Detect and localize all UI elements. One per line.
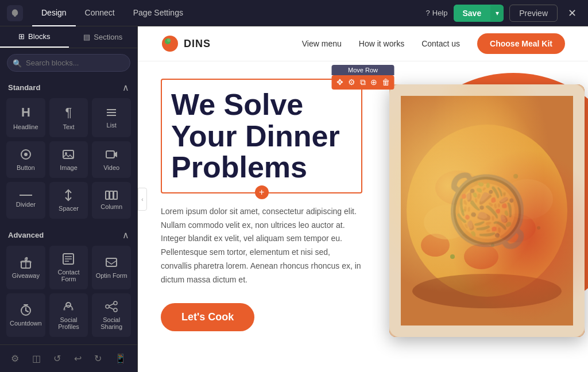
block-headline[interactable]: H Headline — [6, 98, 45, 137]
food-svg — [389, 84, 585, 337]
block-text-label: Text — [63, 123, 74, 130]
block-image[interactable]: Image — [49, 141, 88, 178]
save-dropdown-button[interactable]: ▾ — [490, 5, 504, 21]
duplicate-row-icon[interactable]: ⊕ — [370, 78, 377, 87]
redo-icon[interactable]: ↻ — [91, 350, 105, 367]
contact-form-icon — [62, 253, 75, 265]
sidebar: ⊞ Blocks ▤ Sections 🔍 Standard ∧ — [0, 26, 138, 372]
text-icon: ¶ — [65, 105, 72, 120]
standard-blocks-grid: H Headline ¶ Text List But — [0, 96, 137, 225]
settings-icon[interactable]: ⚙ — [7, 350, 22, 367]
move-row-icons: ✥ ⚙ ⧉ ⊕ 🗑 — [332, 75, 394, 90]
nav-link-contact-us[interactable]: Contact us — [421, 39, 460, 48]
history-back-icon[interactable]: ↺ — [50, 350, 64, 367]
block-contact-form-label: Contact Form — [53, 269, 85, 282]
blocks-icon: ⊞ — [18, 32, 25, 41]
selection-box[interactable]: We Solve Your Dinner Problems + — [161, 79, 362, 193]
block-countdown[interactable]: Countdown — [6, 293, 45, 337]
search-area: 🔍 — [0, 48, 137, 78]
optin-form-icon — [105, 256, 118, 269]
undo-icon[interactable]: ↩ — [71, 350, 85, 367]
tab-design[interactable]: Design — [32, 0, 76, 26]
block-spacer-label: Spacer — [59, 205, 79, 212]
block-button[interactable]: Button — [6, 141, 45, 178]
block-video[interactable]: Video — [92, 141, 131, 178]
tab-connect[interactable]: Connect — [76, 0, 124, 26]
svg-point-39 — [501, 179, 553, 219]
add-block-button[interactable]: + — [255, 185, 269, 199]
mobile-preview-icon[interactable]: 📱 — [111, 350, 130, 367]
image-icon — [62, 148, 75, 161]
svg-point-29 — [167, 38, 171, 42]
svg-rect-11 — [114, 191, 117, 199]
search-input[interactable] — [7, 54, 130, 72]
block-column-label: Column — [100, 203, 122, 210]
block-social-sharing-label: Social Sharing — [95, 316, 127, 330]
svg-point-36 — [421, 234, 450, 257]
block-optin-form[interactable]: Optin Form — [92, 246, 131, 289]
block-social-profiles[interactable]: Social Profiles — [49, 293, 88, 337]
sections-icon: ▤ — [83, 33, 90, 41]
svg-point-27 — [162, 36, 178, 52]
block-social-profiles-label: Social Profiles — [53, 316, 85, 330]
save-button-group: Save ▾ — [454, 5, 504, 22]
move-row-label: Move Row — [332, 65, 394, 75]
block-headline-label: Headline — [13, 123, 38, 130]
block-divider[interactable]: Divider — [6, 182, 45, 219]
social-sharing-icon — [105, 300, 118, 313]
move-row-toolbar: Move Row ✥ ⚙ ⧉ ⊕ 🗑 — [332, 65, 394, 90]
block-column[interactable]: Column — [92, 182, 131, 219]
delete-row-icon[interactable]: 🗑 — [382, 78, 390, 87]
move-icon[interactable]: ✥ — [336, 78, 343, 87]
svg-point-32 — [407, 125, 567, 297]
brand-logo-icon — [161, 34, 179, 53]
social-profiles-icon — [62, 300, 75, 313]
hero-cta-button[interactable]: Let's Cook — [161, 303, 254, 331]
settings-row-icon[interactable]: ⚙ — [348, 78, 355, 87]
block-list[interactable]: List — [92, 98, 131, 137]
hero-content: We Solve Your Dinner Problems + Lorem ip… — [138, 61, 385, 360]
tab-sections[interactable]: ▤ Sections — [69, 26, 138, 48]
help-button[interactable]: ? Help — [426, 9, 448, 17]
svg-point-33 — [435, 170, 481, 205]
topbar-tabs: Design Connect Page Settings — [32, 0, 192, 26]
block-spacer[interactable]: Spacer — [49, 182, 88, 219]
block-giveaway[interactable]: Giveaway — [6, 246, 45, 289]
svg-rect-9 — [106, 191, 109, 199]
hero-section: Move Row ✥ ⚙ ⧉ ⊕ 🗑 We Solve Your Dinner … — [138, 61, 588, 360]
svg-point-4 — [24, 153, 28, 156]
nav-cta-button[interactable]: Choose Meal Kit — [477, 33, 565, 54]
svg-rect-17 — [106, 258, 117, 266]
block-contact-form[interactable]: Contact Form — [49, 246, 88, 289]
svg-point-22 — [114, 301, 117, 305]
website-preview: DINS View menu How it works Contact us C… — [138, 26, 588, 372]
brand-name: DINS — [184, 38, 211, 50]
advanced-label: Advanced — [8, 231, 44, 239]
layers-icon[interactable]: ◫ — [29, 350, 44, 367]
svg-point-34 — [496, 214, 536, 242]
sidebar-collapse-button[interactable]: ‹ — [138, 188, 147, 211]
svg-point-46 — [537, 226, 540, 230]
svg-rect-30 — [389, 84, 585, 337]
food-image — [389, 84, 585, 337]
copy-row-icon[interactable]: ⧉ — [360, 78, 366, 87]
advanced-toggle[interactable]: ∧ — [122, 230, 129, 241]
standard-section-header: Standard ∧ — [0, 78, 137, 96]
svg-point-37 — [452, 176, 521, 222]
svg-rect-7 — [106, 151, 114, 158]
save-button[interactable]: Save — [454, 5, 491, 22]
tab-page-settings[interactable]: Page Settings — [124, 0, 192, 26]
help-icon: ? — [426, 9, 430, 17]
close-button[interactable]: ✕ — [563, 5, 581, 22]
block-text[interactable]: ¶ Text — [49, 98, 88, 137]
app-logo[interactable] — [7, 5, 23, 21]
nav-link-view-menu[interactable]: View menu — [302, 39, 342, 48]
block-button-label: Button — [17, 164, 35, 171]
standard-toggle[interactable]: ∧ — [122, 82, 129, 93]
button-icon — [20, 148, 32, 161]
svg-point-40 — [473, 180, 478, 184]
block-social-sharing[interactable]: Social Sharing — [92, 293, 131, 337]
tab-blocks[interactable]: ⊞ Blocks — [0, 26, 69, 48]
preview-button[interactable]: Preview — [509, 5, 558, 22]
nav-link-how-it-works[interactable]: How it works — [359, 39, 404, 48]
